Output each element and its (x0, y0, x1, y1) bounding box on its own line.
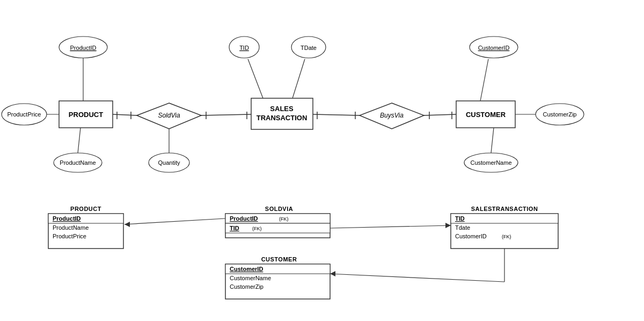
entity-sales-label1: SALES (270, 105, 294, 113)
line-tid (248, 59, 263, 98)
arrowhead-to-sales (445, 223, 451, 228)
table-sales-title: SALESTRANSACTION (471, 206, 538, 212)
line-customername (491, 128, 494, 153)
attr-customerzip-label: CustomerZip (543, 111, 577, 118)
er-diagram: PRODUCT SALES TRANSACTION CUSTOMER SoldV… (0, 0, 644, 321)
entity-sales-label2: TRANSACTION (257, 114, 308, 122)
line-productname (78, 128, 80, 153)
attr-customername-label: CustomerName (470, 159, 511, 166)
arrowhead-to-customer (330, 271, 335, 276)
line-buysvia-customer (424, 114, 456, 115)
table-soldvia-fk1-label: (FK) (279, 216, 289, 222)
attr-quantity-label: Quantity (158, 159, 180, 166)
attr-productname-label: ProductName (60, 159, 96, 166)
line-sales-buysvia (313, 114, 360, 115)
table-product-attr2: ProductPrice (53, 233, 86, 239)
table-sales-attr1: Tdate (455, 224, 470, 231)
attr-tdate-label: TDate (301, 45, 317, 51)
table-product-pk: ProductID (53, 215, 81, 222)
table-sales-fk-label: (FK) (502, 234, 511, 239)
table-customer-title: CUSTOMER (261, 256, 297, 262)
table-customer-attr1: CustomerName (230, 275, 271, 281)
table-sales-attr2: CustomerID (455, 233, 487, 239)
table-soldvia-fk2-label: (FK) (252, 226, 262, 231)
arrow-soldvia-product (125, 218, 225, 224)
line-customerid (480, 59, 488, 101)
table-product-title: PRODUCT (70, 206, 101, 212)
table-soldvia-title: SOLDVIA (265, 206, 293, 212)
line-soldvia-sales (201, 114, 251, 115)
table-soldvia-pk2-row (225, 223, 330, 233)
table-customer-attr2: CustomerZip (230, 283, 264, 290)
entity-product-label: PRODUCT (69, 111, 103, 119)
attr-productprice-label: ProductPrice (8, 111, 41, 118)
table-sales-pk-row (451, 214, 558, 223)
arrow-sales-customer-h (330, 274, 504, 282)
line-product-soldvia (113, 114, 137, 115)
arrowhead-to-product (125, 222, 130, 227)
entity-customer-label: CUSTOMER (466, 111, 506, 119)
attr-customerid-label: CustomerID (478, 45, 510, 51)
table-soldvia-pk1: ProductID (230, 215, 258, 222)
table-soldvia-pk2: TID (230, 225, 239, 231)
arrow-soldvia-sales (330, 225, 451, 228)
rel-soldvia-label: SoldVia (158, 112, 180, 119)
table-customer-pk: CustomerID (230, 266, 263, 272)
table-product-attr1: ProductName (53, 224, 89, 231)
rel-buysvia-label: BuysVia (380, 112, 404, 119)
attr-tid-label: TID (239, 45, 249, 51)
attr-productid-label: ProductID (70, 45, 97, 51)
table-sales-pk: TID (455, 215, 465, 222)
line-tdate (292, 59, 305, 98)
